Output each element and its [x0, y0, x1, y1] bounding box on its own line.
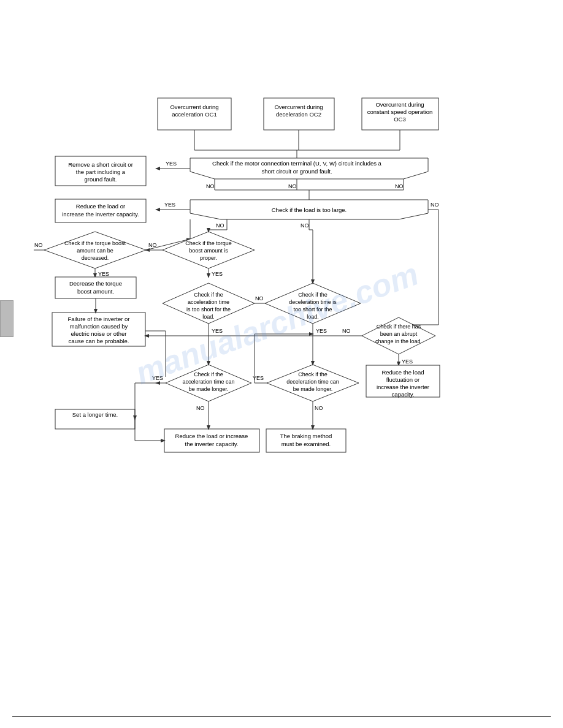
flowchart-svg: Overcurrent during acceleration OC1 Over…: [0, 0, 563, 728]
side-tab: [0, 300, 13, 337]
svg-text:acceleration OC1: acceleration OC1: [172, 111, 216, 118]
svg-text:change in the load.: change in the load.: [375, 338, 422, 344]
svg-text:too short for the: too short for the: [293, 306, 332, 313]
svg-text:OC3: OC3: [394, 116, 406, 123]
svg-text:YES: YES: [253, 375, 264, 381]
svg-text:Failure of the inverter or: Failure of the inverter or: [68, 316, 130, 322]
svg-text:load.: load.: [202, 314, 215, 320]
svg-text:YES: YES: [98, 271, 109, 277]
svg-text:acceleration time: acceleration time: [188, 299, 229, 305]
svg-text:must be examined.: must be examined.: [282, 441, 331, 447]
svg-text:increase the inverter: increase the inverter: [377, 384, 429, 390]
svg-text:NO: NO: [342, 328, 351, 334]
svg-text:NO: NO: [431, 202, 439, 208]
svg-text:deceleration OC2: deceleration OC2: [276, 111, 321, 118]
svg-rect-36: [55, 199, 146, 222]
svg-marker-116: [267, 365, 359, 401]
page: Overcurrent during acceleration OC1 Over…: [0, 0, 563, 728]
svg-text:be made longer.: be made longer.: [189, 386, 229, 392]
svg-text:YES: YES: [166, 161, 177, 167]
svg-text:NO: NO: [301, 222, 309, 229]
svg-text:NO: NO: [395, 183, 404, 189]
svg-text:capacity.: capacity.: [392, 391, 415, 398]
svg-text:Reduce the load or: Reduce the load or: [76, 203, 125, 210]
svg-text:Set a longer time.: Set a longer time.: [72, 411, 118, 418]
svg-marker-70: [163, 283, 255, 324]
svg-rect-0: [158, 98, 231, 130]
svg-text:Remove a short circuit or: Remove a short circuit or: [68, 161, 133, 168]
svg-text:proper.: proper.: [200, 255, 217, 261]
svg-text:increase the inverter capacity: increase the inverter capacity.: [62, 211, 139, 218]
svg-text:NO: NO: [148, 242, 157, 248]
svg-text:YES: YES: [402, 358, 413, 365]
svg-text:Overcurrent during: Overcurrent during: [274, 104, 323, 110]
svg-text:Decrease the torque: Decrease the torque: [69, 280, 122, 287]
svg-marker-32: [190, 200, 428, 219]
svg-text:cause can be probable.: cause can be probable.: [69, 338, 129, 344]
svg-text:decreased.: decreased.: [82, 255, 109, 261]
svg-text:NO: NO: [255, 295, 264, 301]
svg-text:Check if the: Check if the: [194, 371, 223, 377]
svg-rect-20: [55, 156, 146, 186]
svg-marker-75: [265, 283, 361, 324]
svg-text:NO: NO: [206, 183, 215, 189]
svg-text:ground fault.: ground fault.: [85, 176, 117, 183]
svg-rect-3: [264, 98, 334, 130]
svg-rect-137: [266, 429, 346, 452]
svg-text:YES: YES: [164, 202, 175, 208]
svg-text:amount can be: amount can be: [77, 248, 113, 254]
svg-text:The braking method: The braking method: [280, 433, 332, 439]
svg-marker-110: [166, 365, 251, 401]
svg-text:NO: NO: [196, 405, 205, 411]
svg-text:Check if the: Check if the: [298, 292, 327, 298]
svg-text:the part including a: the part including a: [76, 169, 126, 175]
svg-rect-134: [164, 429, 259, 452]
svg-text:Reduce the load: Reduce the load: [381, 369, 424, 376]
svg-rect-65: [55, 277, 136, 298]
svg-text:acceleration time can: acceleration time can: [182, 379, 234, 385]
svg-text:YES: YES: [212, 271, 223, 277]
svg-text:Check if the: Check if the: [194, 292, 223, 298]
watermark-text: manualarchive.com: [131, 256, 423, 391]
svg-text:Check if there has: Check if there has: [377, 324, 421, 330]
svg-text:NO: NO: [288, 183, 297, 189]
svg-text:malfunction caused by: malfunction caused by: [70, 323, 128, 330]
svg-text:constant speed operation: constant speed operation: [367, 108, 433, 115]
svg-marker-96: [362, 317, 435, 354]
svg-marker-47: [44, 232, 146, 268]
svg-text:YES: YES: [212, 328, 223, 334]
svg-text:be made longer.: be made longer.: [293, 386, 333, 392]
svg-text:deceleration time can: deceleration time can: [286, 379, 339, 385]
svg-text:electric noise or other: electric noise or other: [71, 330, 127, 337]
svg-marker-53: [163, 232, 255, 268]
svg-text:YES: YES: [316, 328, 327, 334]
svg-rect-105: [366, 365, 440, 397]
svg-text:NO: NO: [315, 405, 323, 411]
svg-text:boost amount.: boost amount.: [77, 288, 114, 295]
svg-text:deceleration time is: deceleration time is: [289, 299, 337, 305]
svg-text:Check if the torque: Check if the torque: [185, 240, 232, 246]
bottom-border: [12, 716, 551, 717]
svg-line-52: [146, 239, 190, 250]
svg-text:boost amount is: boost amount is: [189, 248, 228, 254]
svg-text:load.: load.: [307, 314, 319, 320]
svg-rect-126: [55, 409, 135, 429]
svg-text:is too short for the: is too short for the: [186, 306, 231, 313]
svg-marker-15: [190, 158, 428, 179]
svg-text:fluctuation or: fluctuation or: [386, 376, 419, 383]
svg-text:Overcurrent during: Overcurrent during: [375, 101, 424, 108]
svg-text:Check if the: Check if the: [298, 371, 327, 377]
svg-text:NO: NO: [216, 222, 224, 229]
svg-text:Check if the torque boost: Check if the torque boost: [64, 240, 126, 246]
svg-text:been an abrupt: been an abrupt: [380, 331, 418, 337]
svg-rect-84: [52, 313, 145, 346]
svg-text:the inverter capacity.: the inverter capacity.: [185, 441, 239, 447]
svg-text:Reduce the load or increase: Reduce the load or increase: [175, 433, 248, 439]
svg-text:YES: YES: [152, 375, 163, 381]
svg-text:NO: NO: [34, 242, 43, 248]
svg-text:short circuit or ground fault.: short circuit or ground fault.: [261, 168, 332, 175]
svg-text:Check if the load is too large: Check if the load is too large.: [272, 207, 347, 213]
svg-text:Overcurrent during: Overcurrent during: [170, 104, 218, 110]
svg-text:Check if the motor connection : Check if the motor connection terminal (…: [212, 160, 381, 167]
svg-rect-6: [362, 98, 439, 130]
